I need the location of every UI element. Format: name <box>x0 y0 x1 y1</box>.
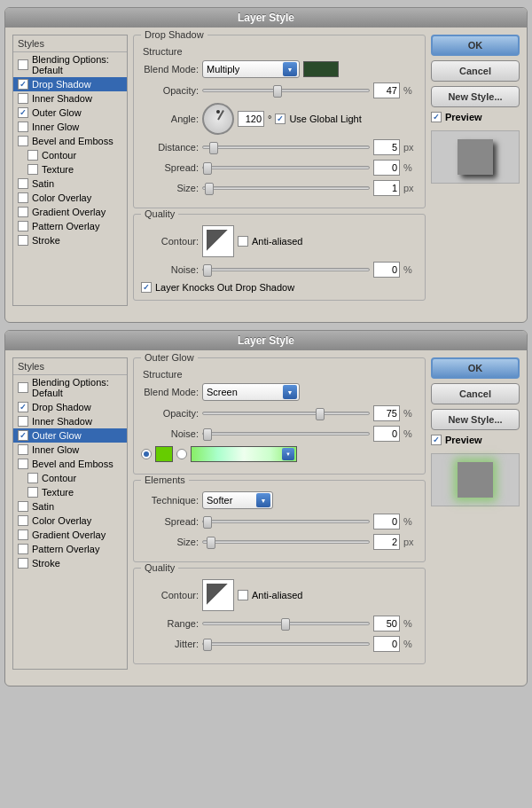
styles-item-blending-options-2[interactable]: Blending Options: Default <box>13 375 127 400</box>
opacity-thumb-1[interactable] <box>273 85 282 98</box>
checkbox-bevel-1[interactable] <box>18 136 28 146</box>
blend-mode-dropdown-2[interactable]: Screen <box>202 383 300 401</box>
styles-item-satin-2[interactable]: Satin <box>13 499 127 514</box>
checkbox-preview-1[interactable] <box>431 112 442 122</box>
jitter-slider-2[interactable] <box>202 639 370 648</box>
angle-dial-1[interactable] <box>202 103 234 135</box>
styles-item-bevel-1[interactable]: Bevel and Emboss <box>13 134 127 148</box>
checkbox-global-light-1[interactable] <box>275 114 286 124</box>
color-swatch-green-2[interactable] <box>155 446 173 462</box>
checkbox-outer-glow-2[interactable] <box>18 430 28 441</box>
checkbox-anti-aliased-1[interactable] <box>238 236 248 247</box>
noise-thumb-1[interactable] <box>203 264 212 277</box>
checkbox-pattern-overlay-1[interactable] <box>18 221 28 231</box>
radio-gradient-2[interactable] <box>176 449 187 459</box>
ok-button-2[interactable]: OK <box>431 357 520 379</box>
opacity-input-1[interactable]: 47 <box>373 82 400 98</box>
checkbox-inner-shadow-1[interactable] <box>18 93 28 104</box>
noise-input-2-top[interactable] <box>373 426 400 442</box>
checkbox-satin-1[interactable] <box>18 178 28 189</box>
opacity-slider-2[interactable] <box>202 409 370 418</box>
range-slider-2[interactable] <box>202 619 370 628</box>
jitter-thumb-2[interactable] <box>203 639 212 651</box>
styles-item-stroke-1[interactable]: Stroke <box>13 233 127 247</box>
spread-thumb-2[interactable] <box>203 516 212 529</box>
spread-thumb-1[interactable] <box>203 162 212 175</box>
styles-item-color-overlay-2[interactable]: Color Overlay <box>13 514 127 528</box>
styles-item-contour-1[interactable]: Contour <box>13 148 127 162</box>
ok-button-1[interactable]: OK <box>431 35 520 56</box>
styles-item-gradient-overlay-1[interactable]: Gradient Overlay <box>13 205 127 219</box>
opacity-slider-1[interactable] <box>202 86 370 95</box>
cancel-button-1[interactable]: Cancel <box>431 60 520 82</box>
styles-item-stroke-2[interactable]: Stroke <box>13 556 127 570</box>
styles-item-inner-glow-1[interactable]: Inner Glow <box>13 120 127 134</box>
range-thumb-2[interactable] <box>281 618 290 631</box>
checkbox-stroke-1[interactable] <box>18 235 28 246</box>
styles-item-bevel-2[interactable]: Bevel and Emboss <box>13 457 127 471</box>
styles-item-blending-options-1[interactable]: Blending Options: Default <box>13 52 127 77</box>
spread-slider-2[interactable] <box>202 517 370 526</box>
color-swatch-1[interactable] <box>303 61 339 77</box>
spread-input-2[interactable] <box>373 514 400 530</box>
size-thumb-2[interactable] <box>207 537 215 549</box>
styles-item-drop-shadow-2[interactable]: Drop Shadow <box>13 400 127 414</box>
technique-dropdown-2[interactable]: Softer <box>202 491 273 509</box>
size-input-2[interactable] <box>373 534 400 550</box>
new-style-button-1[interactable]: New Style... <box>431 86 520 107</box>
noise-thumb-2-top[interactable] <box>203 428 212 441</box>
checkbox-gradient-overlay-1[interactable] <box>18 207 28 217</box>
checkbox-inner-glow-1[interactable] <box>18 122 28 132</box>
gradient-swatch-2[interactable] <box>191 446 297 462</box>
checkbox-pattern-overlay-2[interactable] <box>18 544 28 554</box>
spread-input-1[interactable] <box>373 160 400 176</box>
styles-item-pattern-overlay-1[interactable]: Pattern Overlay <box>13 219 127 233</box>
range-input-2[interactable] <box>373 616 400 631</box>
checkbox-texture-1[interactable] <box>27 164 38 175</box>
checkbox-contour-2[interactable] <box>27 473 38 483</box>
checkbox-drop-shadow-2[interactable] <box>18 402 28 412</box>
noise-slider-1[interactable] <box>202 265 370 274</box>
styles-item-inner-shadow-1[interactable]: Inner Shadow <box>13 91 127 106</box>
distance-input-1[interactable] <box>373 139 400 155</box>
styles-item-contour-2[interactable]: Contour <box>13 471 127 485</box>
checkbox-blending-2[interactable] <box>18 382 28 393</box>
size-slider-2[interactable] <box>202 537 370 546</box>
checkbox-stroke-2[interactable] <box>18 558 28 569</box>
styles-item-satin-1[interactable]: Satin <box>13 177 127 191</box>
styles-item-drop-shadow-1[interactable]: Drop Shadow <box>13 77 127 91</box>
checkbox-outer-glow-1[interactable] <box>18 107 28 118</box>
opacity-thumb-2[interactable] <box>316 408 325 420</box>
spread-slider-1[interactable] <box>202 163 370 172</box>
styles-item-outer-glow-2[interactable]: Outer Glow <box>13 428 127 443</box>
checkbox-preview-2[interactable] <box>431 435 442 445</box>
noise-slider-2-top[interactable] <box>202 429 370 438</box>
styles-item-color-overlay-1[interactable]: Color Overlay <box>13 191 127 205</box>
checkbox-layer-knocks-1[interactable] <box>141 282 152 293</box>
checkbox-inner-shadow-2[interactable] <box>18 416 28 427</box>
radio-color-2[interactable] <box>141 449 152 459</box>
styles-item-texture-2[interactable]: Texture <box>13 485 127 499</box>
cancel-button-2[interactable]: Cancel <box>431 383 520 404</box>
size-thumb-1[interactable] <box>205 183 214 195</box>
opacity-input-2[interactable] <box>373 405 400 421</box>
styles-item-inner-glow-2[interactable]: Inner Glow <box>13 443 127 457</box>
checkbox-color-overlay-2[interactable] <box>18 515 28 526</box>
new-style-button-2[interactable]: New Style... <box>431 409 520 430</box>
noise-input-1[interactable] <box>373 262 400 278</box>
contour-preview-2[interactable] <box>202 579 234 611</box>
size-input-1[interactable] <box>373 180 400 196</box>
distance-thumb-1[interactable] <box>209 142 218 154</box>
checkbox-anti-aliased-2[interactable] <box>238 590 248 600</box>
checkbox-satin-2[interactable] <box>18 501 28 512</box>
styles-item-gradient-overlay-2[interactable]: Gradient Overlay <box>13 528 127 542</box>
size-slider-1[interactable] <box>202 184 370 192</box>
angle-input-1[interactable] <box>238 111 264 127</box>
checkbox-contour-1[interactable] <box>27 150 38 161</box>
blend-mode-dropdown-1[interactable]: Multiply <box>202 60 300 78</box>
checkbox-texture-2[interactable] <box>27 487 38 498</box>
checkbox-inner-glow-2[interactable] <box>18 444 28 455</box>
styles-item-texture-1[interactable]: Texture <box>13 162 127 177</box>
styles-item-pattern-overlay-2[interactable]: Pattern Overlay <box>13 542 127 556</box>
styles-item-outer-glow-1[interactable]: Outer Glow <box>13 106 127 120</box>
